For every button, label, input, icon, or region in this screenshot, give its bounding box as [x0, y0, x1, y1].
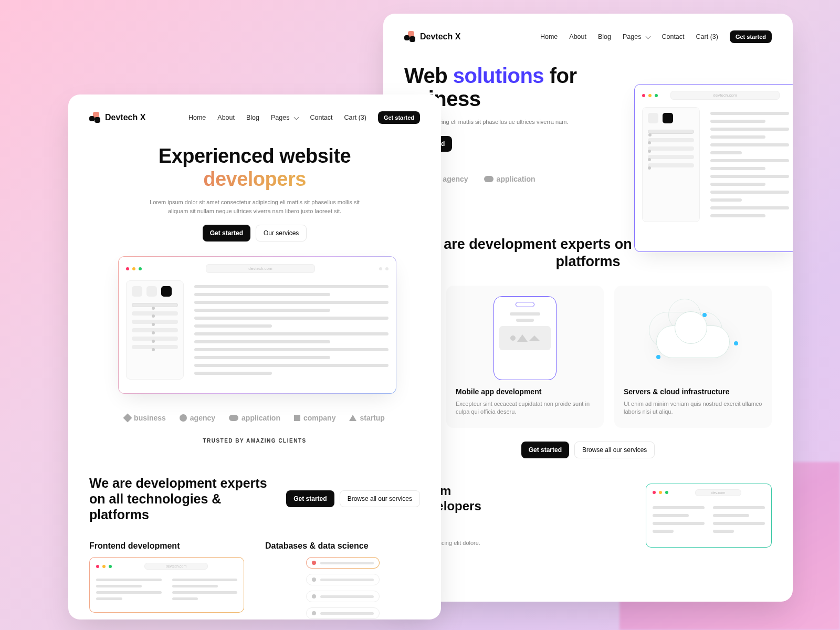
address-bar: devtech.com — [206, 264, 314, 273]
hero-post: for — [544, 64, 576, 87]
skeleton-line-icon — [132, 337, 178, 341]
hero-pre: Web — [404, 64, 453, 87]
skeleton-line-icon — [194, 356, 330, 359]
service-desc: Ut enim ad minim veniam quis nostrud exe… — [624, 400, 762, 416]
window-dot-icon — [655, 94, 658, 97]
skeleton-line-icon — [132, 311, 178, 316]
window-dot-icon — [132, 267, 135, 270]
browser-mock-icon: devtech.com — [118, 256, 396, 394]
service-card-cloud[interactable]: Servers & cloud infrastructure Ut enim a… — [614, 286, 772, 428]
hero-title: Experienced website developers — [118, 145, 391, 191]
logo-application: application — [484, 175, 536, 183]
services-section: We are development experts on all techno… — [404, 236, 772, 458]
cloud-icon — [484, 176, 494, 182]
skeleton-line-icon — [194, 309, 330, 312]
hero-secondary-button[interactable]: Our services — [256, 225, 307, 242]
svc-frontend[interactable]: Frontend development devtech.com — [89, 541, 244, 619]
brand-logo[interactable]: Devtech X — [404, 31, 460, 43]
skeleton-line-icon — [194, 348, 388, 351]
skeleton-line-icon — [194, 285, 388, 288]
circle-icon — [180, 414, 187, 422]
skeleton-line-icon — [194, 364, 388, 367]
skeleton-line-icon — [194, 332, 388, 335]
nav-blog[interactable]: Blog — [246, 114, 259, 121]
logo-mark-icon — [404, 31, 416, 43]
navbar: Devtech X Home About Blog Pages Contact … — [404, 30, 772, 43]
services-cta-primary[interactable]: Get started — [521, 442, 569, 458]
skeleton-line-icon — [132, 345, 178, 349]
nav-cta-button[interactable]: Get started — [730, 30, 772, 43]
logo-agency: agency — [180, 414, 215, 422]
brand-name: Devtech X — [105, 113, 145, 122]
square-icon — [294, 415, 300, 421]
diamond-icon — [123, 414, 132, 423]
window-dot-icon — [379, 267, 382, 270]
skeleton-line-icon — [194, 324, 272, 328]
skeleton-line-icon — [710, 151, 742, 154]
phone-mock-icon — [494, 296, 556, 380]
service-title: Mobile app development — [456, 387, 594, 396]
tech-cta-secondary[interactable]: Browse all our services — [340, 490, 420, 507]
nav-blog[interactable]: Blog — [598, 33, 611, 40]
skeleton-line-icon — [132, 328, 178, 332]
skeleton-line-icon — [648, 130, 694, 134]
frontend-mock-icon: devtech.com — [89, 557, 244, 613]
svc-title: Frontend development — [89, 541, 244, 551]
hero-primary-button[interactable]: Get started — [203, 225, 250, 242]
nav-home[interactable]: Home — [188, 114, 206, 121]
cloud-icon — [229, 415, 238, 421]
nav-about[interactable]: About — [569, 33, 586, 40]
database-mock-icon — [265, 557, 420, 619]
logo-startup: startup — [349, 414, 384, 422]
logo-company: company — [294, 414, 335, 422]
window-dot-icon — [126, 267, 129, 270]
agile-section: ile teame developers sectetur adipiscing… — [404, 484, 772, 548]
skeleton-line-icon — [648, 146, 694, 151]
logo-business: business — [124, 414, 166, 422]
tech-cta-primary[interactable]: Get started — [286, 490, 334, 507]
sidebar-tab-icon — [663, 113, 673, 123]
brand-logo[interactable]: Devtech X — [89, 112, 145, 123]
nav-menu: Home About Blog Pages Contact Cart (3) G… — [540, 30, 772, 43]
cloud-mock-icon — [646, 307, 740, 370]
nav-about[interactable]: About — [217, 114, 235, 121]
window-dot-icon — [385, 267, 388, 270]
hero-line1: Experienced website — [159, 145, 351, 167]
brand-name: Devtech X — [420, 32, 460, 41]
tech-section-title: We are development experts on all techno… — [89, 475, 278, 522]
skeleton-line-icon — [194, 293, 330, 296]
nav-home[interactable]: Home — [540, 33, 558, 40]
client-logos: business agency application company star… — [118, 414, 391, 422]
agile-mock-icon: dev.com — [646, 484, 772, 548]
svc-databases[interactable]: Databases & data science — [265, 541, 420, 619]
nav-menu: Home About Blog Pages Contact Cart (3) G… — [188, 111, 420, 124]
skeleton-line-icon — [710, 198, 742, 202]
skeleton-line-icon — [194, 301, 388, 304]
service-card-mobile[interactable]: Mobile app development Excepteur sint oc… — [446, 286, 604, 428]
trusted-by-label: TRUSTED BY AMAZING CLIENTS — [118, 438, 391, 444]
nav-pages[interactable]: Pages — [623, 33, 650, 40]
nav-contact[interactable]: Contact — [662, 33, 684, 40]
nav-contact[interactable]: Contact — [310, 114, 332, 121]
tech-cards: Frontend development devtech.com Databas… — [89, 541, 420, 619]
arrow-up-icon — [349, 415, 356, 421]
sidebar-tab-icon — [146, 286, 157, 297]
skeleton-line-icon — [710, 135, 765, 139]
nav-cart[interactable]: Cart (3) — [696, 33, 718, 40]
sidebar-tab-icon — [132, 286, 142, 297]
logo-application: application — [229, 414, 280, 422]
skeleton-line-icon — [648, 163, 694, 167]
window-dot-icon — [642, 94, 645, 97]
services-cta-secondary[interactable]: Browse all our services — [574, 442, 655, 458]
window-dot-icon — [648, 94, 652, 97]
hero-left: Experienced website developers Lorem ips… — [118, 145, 391, 444]
skeleton-line-icon — [710, 206, 789, 209]
nav-pages[interactable]: Pages — [271, 114, 298, 121]
skeleton-line-icon — [710, 175, 789, 178]
skeleton-line-icon — [710, 167, 765, 170]
sidebar-tab-icon — [648, 113, 658, 123]
nav-pages-label: Pages — [623, 33, 641, 40]
skeleton-line-icon — [710, 191, 789, 194]
nav-cart[interactable]: Cart (3) — [344, 114, 366, 121]
nav-cta-button[interactable]: Get started — [378, 111, 420, 124]
